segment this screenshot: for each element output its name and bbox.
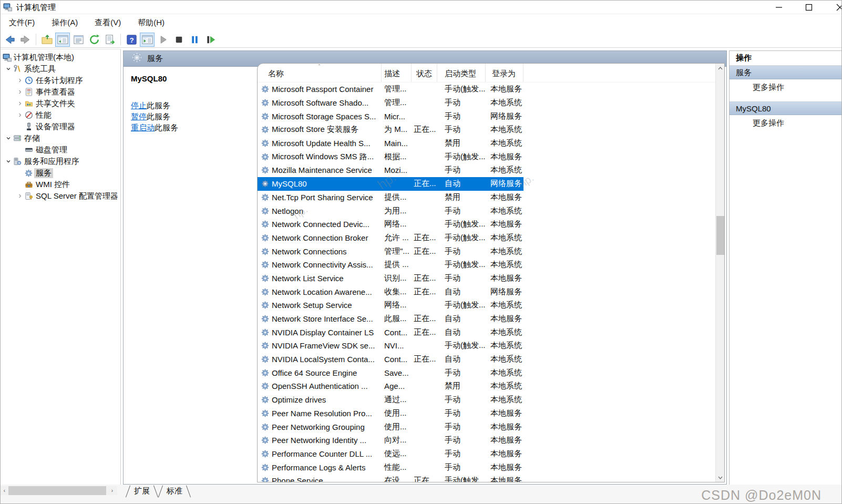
- chevron-right-icon[interactable]: [15, 89, 25, 95]
- menu-item-操作[interactable]: 操作(A): [46, 16, 83, 30]
- menu-item-文件[interactable]: 文件(F): [4, 16, 40, 30]
- status-cell: 正在...: [412, 327, 437, 337]
- column-header-状态[interactable]: 状态: [412, 64, 437, 82]
- service-row-Microsoft Update Health S...[interactable]: Microsoft Update Health S...Main...禁用本地系…: [258, 137, 523, 150]
- tree-item-服务[interactable]: 服务: [1, 167, 120, 179]
- description-cell: 网络...: [382, 300, 412, 310]
- stop-service-button[interactable]: [171, 33, 186, 47]
- service-row-Microsoft Storage Spaces S...[interactable]: Microsoft Storage Spaces S...Micr...手动网络…: [258, 109, 523, 123]
- chevron-right-icon[interactable]: [15, 101, 25, 106]
- action-pane-button[interactable]: [140, 33, 155, 47]
- chevron-right-icon[interactable]: [15, 78, 25, 83]
- tree-item-WMI 控件[interactable]: WMI 控件: [1, 179, 120, 190]
- chevron-down-icon[interactable]: [4, 159, 13, 164]
- service-row-Microsoft Passport Container[interactable]: Microsoft Passport Container管理...手动(触发..…: [258, 83, 523, 96]
- refresh-button[interactable]: [87, 33, 101, 47]
- service-row-Network Connectivity Assis...[interactable]: Network Connectivity Assis...提供 ...手动(触发…: [258, 258, 523, 272]
- service-row-Net.Tcp Port Sharing Service[interactable]: Net.Tcp Port Sharing Service提供...禁用本地服务: [258, 191, 523, 204]
- tree-item-系统工具[interactable]: 系统工具: [1, 63, 120, 75]
- restart-service-button[interactable]: [203, 33, 218, 47]
- service-row-Netlogon[interactable]: Netlogon为用...手动本地系统: [258, 204, 523, 218]
- chevron-right-icon[interactable]: [15, 193, 25, 199]
- service-row-Performance Counter DLL ...[interactable]: Performance Counter DLL ...使远...手动本地服务: [258, 447, 523, 461]
- menu-item-查看[interactable]: 查看(V): [89, 16, 126, 30]
- scroll-right-icon[interactable]: ›: [108, 486, 116, 495]
- service-row-Mozilla Maintenance Service[interactable]: Mozilla Maintenance ServiceMozi...手动本地系统: [258, 163, 523, 177]
- service-row-Performance Logs & Alerts[interactable]: Performance Logs & Alerts性能...手动本地服务: [258, 460, 523, 474]
- up-folder-button[interactable]: [39, 33, 54, 47]
- forward-button[interactable]: [18, 33, 33, 47]
- actions-section-header-服务[interactable]: 服务: [730, 66, 842, 79]
- actions-item-更多操作[interactable]: 更多操作: [730, 115, 842, 131]
- service-row-Network Setup Service[interactable]: Network Setup Service网络...手动(触发...本地系统: [258, 299, 523, 312]
- tree-item-存储[interactable]: 存储: [1, 132, 120, 144]
- 暂停-link[interactable]: 暂停: [131, 112, 147, 121]
- scroll-left-icon[interactable]: ‹: [1, 486, 8, 495]
- description-cell: Cont...: [382, 328, 412, 337]
- tree-item-SQL Server 配置管理器[interactable]: SQL Server 配置管理器: [1, 190, 120, 202]
- horizontal-scrollbar[interactable]: ‹ ›: [1, 486, 117, 495]
- menu-item-帮助[interactable]: 帮助(H): [132, 16, 170, 30]
- tree-item-事件查看器[interactable]: 事件查看器: [1, 86, 120, 98]
- service-row-NVIDIA LocalSystem Conta...[interactable]: NVIDIA LocalSystem Conta...Cont...正在...自…: [258, 353, 523, 366]
- export-list-button[interactable]: [102, 33, 117, 47]
- actions-section-header-MySQL80[interactable]: MySQL80: [730, 101, 842, 115]
- chevron-down-icon[interactable]: [4, 66, 13, 71]
- service-row-Phone Service[interactable]: Phone Service在设...正在手动(触发本地服务: [258, 474, 523, 482]
- service-row-Network Location Awarene...[interactable]: Network Location Awarene...收集...正在...自动网…: [258, 285, 523, 299]
- tree-item-共享文件夹[interactable]: 共享文件夹: [1, 98, 120, 109]
- column-header-描述[interactable]: 描述: [382, 64, 412, 82]
- start-service-button[interactable]: [156, 33, 170, 47]
- column-header-登录为[interactable]: 登录为: [486, 64, 523, 82]
- actions-item-更多操作[interactable]: 更多操作: [730, 79, 842, 95]
- close-button[interactable]: [836, 4, 842, 11]
- service-row-Network Store Interface Se...[interactable]: Network Store Interface Se...此服...正在...自…: [258, 312, 523, 326]
- tree-item-磁盘管理[interactable]: 磁盘管理: [1, 144, 120, 156]
- service-row-Network List Service[interactable]: Network List Service识别...正在...手动本地服务: [258, 272, 523, 285]
- maximize-button[interactable]: [805, 4, 813, 11]
- service-row-Microsoft Windows SMS 路...[interactable]: Microsoft Windows SMS 路...根据...手动(触发...本…: [258, 150, 523, 163]
- minimize-button[interactable]: [775, 4, 783, 11]
- chevron-down-icon[interactable]: [4, 136, 13, 141]
- scroll-down-icon[interactable]: [716, 473, 725, 482]
- chevron-right-icon[interactable]: [15, 112, 25, 118]
- 停止-link[interactable]: 停止: [131, 101, 147, 110]
- console-tree-button[interactable]: [55, 33, 70, 47]
- service-row-Optimize drives[interactable]: Optimize drives通过...手动本地系统: [258, 393, 523, 407]
- tree-item-设备管理器[interactable]: 设备管理器: [1, 121, 120, 132]
- startup-type-cell: 手动: [437, 246, 486, 256]
- logon-as-cell: 本地系统: [486, 206, 523, 216]
- back-button[interactable]: [2, 33, 17, 47]
- service-row-Office 64 Source Engine[interactable]: Office 64 Source EngineSave...手动本地系统: [258, 366, 523, 379]
- service-row-OpenSSH Authentication ...[interactable]: OpenSSH Authentication ...Age...禁用本地系统: [258, 379, 523, 393]
- tree-item-性能[interactable]: 性能: [1, 109, 120, 121]
- 重启动-link[interactable]: 重启动: [131, 123, 155, 132]
- service-row-NVIDIA Display Container LS[interactable]: NVIDIA Display Container LSCont...正在...自…: [258, 325, 523, 339]
- scrollbar-thumb[interactable]: [8, 486, 106, 495]
- tab-扩展[interactable]: 扩展: [126, 485, 158, 498]
- service-row-NVIDIA FrameView SDK se...[interactable]: NVIDIA FrameView SDK se...NVI...手动(触发...…: [258, 339, 523, 353]
- service-gear-icon: [261, 166, 269, 174]
- help-button[interactable]: ?: [124, 33, 139, 47]
- task-scheduler-icon: [25, 76, 34, 85]
- service-row-Network Connection Broker[interactable]: Network Connection Broker允许 ...正在...手动(触…: [258, 231, 523, 245]
- service-row-Network Connected Devic...[interactable]: Network Connected Devic...网络...手动(触发...本…: [258, 218, 523, 231]
- tab-标准[interactable]: 标准: [158, 485, 191, 498]
- service-row-MySQL80[interactable]: MySQL80正在...自动网络服务: [258, 177, 523, 191]
- service-row-Network Connections[interactable]: Network Connections管理"...正在...手动本地系统: [258, 244, 523, 258]
- scrollbar-thumb[interactable]: [716, 216, 724, 255]
- vertical-scrollbar[interactable]: [715, 64, 724, 482]
- service-row-Peer Networking Grouping[interactable]: Peer Networking Grouping使用...手动本地服务: [258, 420, 523, 434]
- service-row-Microsoft Store 安装服务[interactable]: Microsoft Store 安装服务为 M...正在...手动本地系统: [258, 123, 523, 137]
- service-row-Peer Name Resolution Pro...[interactable]: Peer Name Resolution Pro...使用...手动本地服务: [258, 407, 523, 420]
- column-header-启动类型[interactable]: 启动类型: [437, 64, 486, 82]
- scroll-up-icon[interactable]: [716, 64, 725, 73]
- tree-item-服务和应用程序[interactable]: 服务和应用程序: [1, 156, 120, 167]
- service-row-Peer Networking Identity ...[interactable]: Peer Networking Identity ...向对...手动本地服务: [258, 434, 523, 447]
- tree-item-计算机管理(本地)[interactable]: 计算机管理(本地): [1, 52, 120, 63]
- column-header-名称[interactable]: 名称ˆ: [258, 64, 382, 82]
- pause-service-button[interactable]: [187, 33, 202, 47]
- tree-item-任务计划程序[interactable]: 任务计划程序: [1, 75, 120, 86]
- service-row-Microsoft Software Shado...[interactable]: Microsoft Software Shado...管理...手动本地系统: [258, 96, 523, 110]
- properties-button[interactable]: [71, 33, 86, 47]
